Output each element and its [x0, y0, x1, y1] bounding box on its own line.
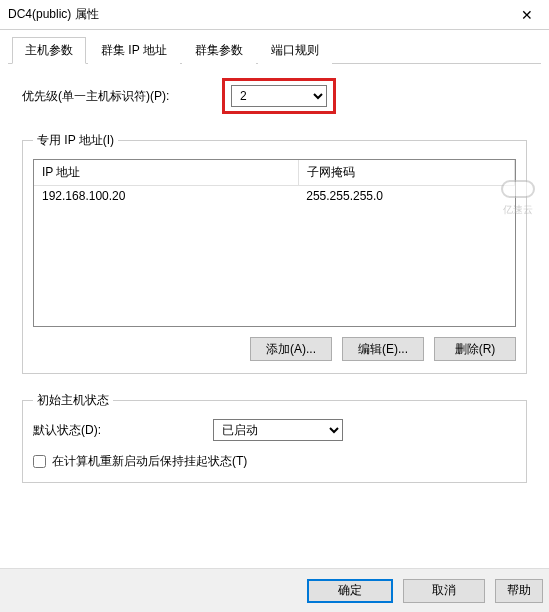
tab-cluster-params[interactable]: 群集参数	[182, 37, 256, 64]
cell-mask: 255.255.255.0	[298, 186, 514, 207]
priority-label: 优先级(单一主机标识符)(P):	[22, 88, 222, 105]
retain-row: 在计算机重新启动后保持挂起状态(T)	[33, 453, 516, 470]
content: 优先级(单一主机标识符)(P): 2 专用 IP 地址(I) IP 地址 子网掩…	[0, 64, 549, 483]
window-title: DC4(public) 属性	[8, 6, 99, 23]
tab-cluster-ip[interactable]: 群集 IP 地址	[88, 37, 180, 64]
help-button[interactable]: 帮助	[495, 579, 543, 603]
footer: 确定 取消 帮助	[0, 568, 549, 612]
add-button[interactable]: 添加(A)...	[250, 337, 332, 361]
ip-buttons: 添加(A)... 编辑(E)... 删除(R)	[33, 337, 516, 361]
ip-group-legend: 专用 IP 地址(I)	[33, 132, 118, 149]
tab-host-params[interactable]: 主机参数	[12, 37, 86, 64]
col-mask[interactable]: 子网掩码	[298, 160, 514, 186]
priority-highlight: 2	[222, 78, 336, 114]
tabs: 主机参数 群集 IP 地址 群集参数 端口规则	[8, 36, 541, 64]
ip-table: IP 地址 子网掩码 192.168.100.20 255.255.255.0	[34, 160, 515, 206]
default-state-label: 默认状态(D):	[33, 422, 213, 439]
priority-row: 优先级(单一主机标识符)(P): 2	[22, 78, 527, 114]
cancel-button[interactable]: 取消	[403, 579, 485, 603]
close-icon[interactable]: ✕	[504, 0, 549, 30]
ip-table-wrap[interactable]: IP 地址 子网掩码 192.168.100.20 255.255.255.0	[33, 159, 516, 327]
retain-checkbox[interactable]	[33, 455, 46, 468]
ok-button[interactable]: 确定	[307, 579, 393, 603]
titlebar: DC4(public) 属性 ✕	[0, 0, 549, 30]
state-group: 初始主机状态 默认状态(D): 已启动 在计算机重新启动后保持挂起状态(T)	[22, 392, 527, 483]
priority-select[interactable]: 2	[231, 85, 327, 107]
remove-button[interactable]: 删除(R)	[434, 337, 516, 361]
table-row[interactable]: 192.168.100.20 255.255.255.0	[34, 186, 515, 207]
cell-ip: 192.168.100.20	[34, 186, 298, 207]
default-state-row: 默认状态(D): 已启动	[33, 419, 516, 441]
default-state-select[interactable]: 已启动	[213, 419, 343, 441]
retain-label: 在计算机重新启动后保持挂起状态(T)	[52, 453, 247, 470]
state-group-legend: 初始主机状态	[33, 392, 113, 409]
ip-group: 专用 IP 地址(I) IP 地址 子网掩码 192.168.100.20 25…	[22, 132, 527, 374]
col-ip[interactable]: IP 地址	[34, 160, 298, 186]
tab-port-rules[interactable]: 端口规则	[258, 37, 332, 64]
edit-button[interactable]: 编辑(E)...	[342, 337, 424, 361]
